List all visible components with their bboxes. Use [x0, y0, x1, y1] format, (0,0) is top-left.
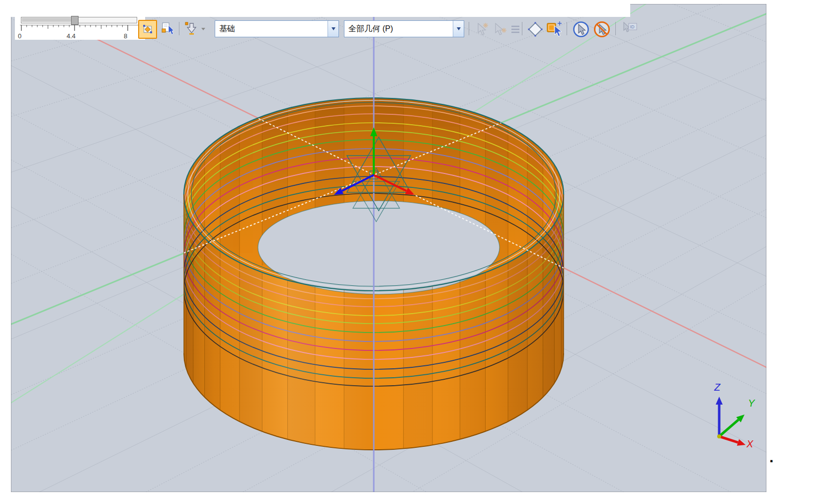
nav-z-label[interactable]: Z	[714, 382, 720, 393]
load-arrow-icon	[184, 21, 199, 36]
image-frame-icon	[142, 24, 153, 35]
pointer-circle-icon	[572, 20, 590, 39]
toolbar-separator	[615, 22, 616, 35]
pointer-circle-button[interactable]	[572, 20, 590, 39]
ruler-label-1: 4.4	[67, 32, 76, 40]
ruler-slider-fill	[22, 18, 75, 22]
viewport-3d[interactable]	[0, 0, 833, 504]
pointer-page-button[interactable]	[160, 21, 175, 36]
toolbar-separator	[179, 22, 179, 35]
snap-diamond-button[interactable]	[527, 21, 544, 38]
chevron-down-icon	[332, 27, 335, 30]
group-combo-dropdown-button[interactable]	[328, 21, 338, 37]
show-id-icon: ID	[620, 20, 638, 37]
list-icon	[509, 23, 522, 36]
list-button[interactable]	[509, 23, 522, 36]
toolbar-separator	[522, 22, 522, 35]
show-id-button[interactable]: ID	[620, 20, 638, 37]
toolbar-separator	[567, 22, 567, 35]
ruler-slider-track[interactable]	[21, 17, 137, 23]
select-star-icon-2	[491, 21, 508, 37]
scene-root	[9, 0, 768, 504]
geometry-filter-combo[interactable]: 全部几何 (P)	[344, 20, 464, 37]
group-combo-value: 基础	[215, 24, 328, 34]
pointer-disabled-button[interactable]	[592, 20, 611, 39]
toolbar-separator	[469, 22, 469, 35]
geometry-filter-dropdown-button[interactable]	[453, 21, 464, 37]
nav-y-label[interactable]: Y	[748, 398, 754, 409]
select-star-button-2[interactable]	[491, 21, 508, 37]
snap-diamond-icon	[527, 21, 544, 38]
select-star-icon	[474, 21, 491, 37]
image-frame-button[interactable]	[138, 20, 157, 39]
ruler-widget: 0 4.4 8	[15, 4, 145, 40]
ruler-label-0: 0	[18, 32, 21, 40]
group-combo[interactable]: 基础	[215, 20, 339, 37]
select-object-icon	[545, 20, 563, 38]
nav-x-label[interactable]: X	[747, 438, 753, 450]
chevron-down-icon	[457, 27, 461, 30]
ruler-label-2: 8	[124, 32, 127, 40]
select-object-button[interactable]	[545, 20, 563, 38]
select-star-button[interactable]	[474, 21, 491, 37]
load-arrow-button[interactable]	[184, 21, 199, 36]
id-badge-text: ID	[630, 24, 635, 29]
pointer-disabled-icon	[592, 20, 611, 39]
chevron-down-icon	[201, 28, 205, 30]
ruler-ticks	[20, 25, 140, 32]
pointer-page-icon	[160, 21, 175, 36]
ruler-slider-handle[interactable]	[71, 16, 79, 25]
load-arrow-caret-button[interactable]	[200, 25, 207, 33]
geometry-filter-combo-value: 全部几何 (P)	[344, 24, 453, 34]
stray-period: .	[769, 449, 773, 466]
